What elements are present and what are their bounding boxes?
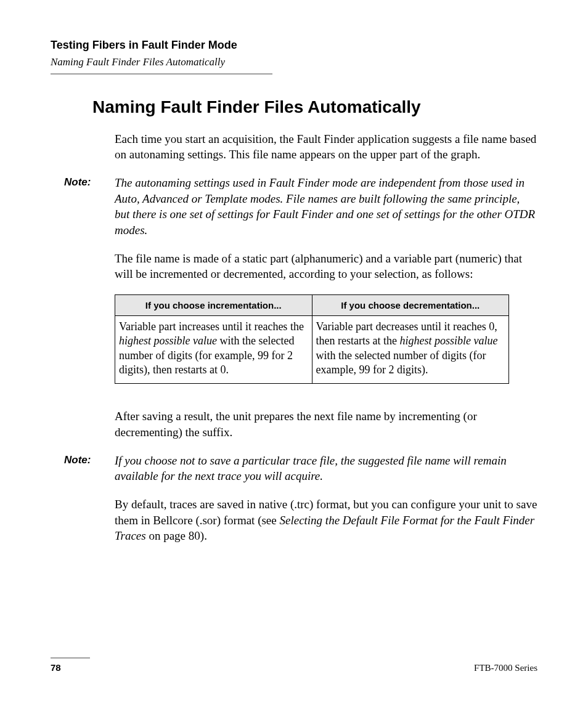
increment-decrement-table: If you choose incrementation... If you c… [115,294,509,384]
cell-italic: highest possible value [119,335,217,347]
note-label: Note: [64,175,115,238]
table-cell-decrement: Variable part decreases until it reaches… [312,315,509,384]
note-text: The autonaming settings used in Fault Fi… [115,175,537,238]
note-block-1: Note: The autonaming settings used in Fa… [64,175,537,238]
note-block-2: Note: If you choose not to save a partic… [64,453,537,484]
chapter-title: Testing Fibers in Fault Finder Mode [51,38,537,52]
paragraph-filename-structure: The file name is made of a static part (… [115,251,537,282]
cell-text: with the selected number of digits (for … [316,349,486,376]
paragraph-file-format: By default, traces are saved in native (… [115,497,537,544]
footer-divider [51,657,90,659]
section-title: Naming Fault Finder Files Automatically [92,97,537,118]
cell-italic: highest possible value [399,335,497,347]
running-section: Naming Fault Finder Files Automatically [51,55,537,70]
table-row: Variable part increases until it reaches… [115,315,509,384]
table-header-decrement: If you choose decrementation... [312,294,509,315]
cell-text: Variable part increases until it reaches… [119,320,304,333]
page-footer: 78 FTB-7000 Series [51,657,537,673]
header-divider [51,73,272,75]
body-text: on page 80). [146,529,207,542]
note-label: Note: [64,453,115,484]
intro-paragraph: Each time you start an acquisition, the … [115,131,537,163]
table-header-increment: If you choose incrementation... [115,294,312,315]
note-text: If you choose not to save a particular t… [115,453,537,484]
table-cell-increment: Variable part increases until it reaches… [115,315,312,384]
paragraph-after-save: After saving a result, the unit prepares… [115,408,537,440]
series-name: FTB-7000 Series [474,663,537,673]
page-number: 78 [51,662,61,673]
